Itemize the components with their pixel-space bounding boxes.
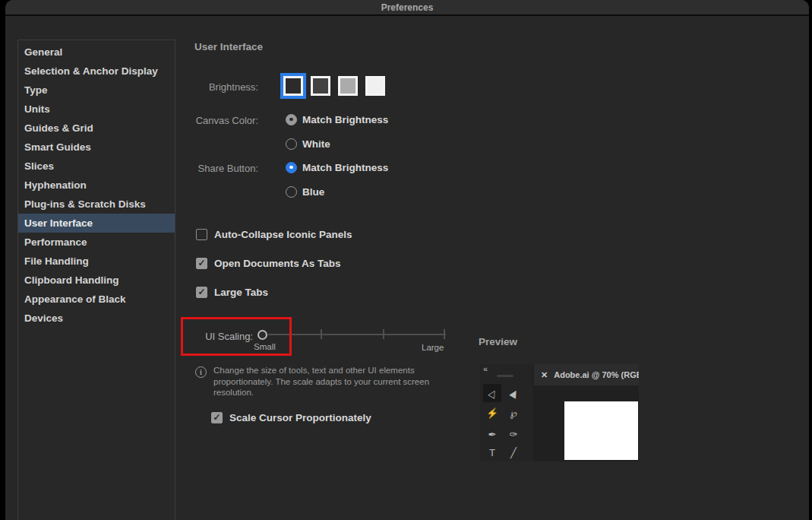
curvature-tool-icon: ✑ xyxy=(504,425,523,443)
ui-scaling-label: UI Scaling: xyxy=(144,331,253,342)
radio-label: Match Brightness xyxy=(302,162,388,173)
panel-drag-handle xyxy=(497,375,513,377)
direct-selection-tool-icon: ▶ xyxy=(504,384,523,402)
sidebar-item-general[interactable]: General xyxy=(18,43,175,62)
checkbox-label: Open Documents As Tabs xyxy=(214,258,341,269)
auto-collapse-iconic-panels-checkbox[interactable]: Auto-Collapse Iconic Panels xyxy=(196,228,352,240)
lasso-tool-icon: ℘ xyxy=(504,404,523,422)
magic-wand-tool-icon: ⚡ xyxy=(483,404,501,422)
checkbox-label: Large Tabs xyxy=(214,287,268,298)
document-tab-title: Adobe.ai @ 70% (RGB/ xyxy=(554,370,639,379)
sidebar-item-file-handling[interactable]: File Handling xyxy=(18,252,175,271)
sidebar-item-plugins-scratch-disks[interactable]: Plug-ins & Scratch Disks xyxy=(18,195,175,214)
preferences-category-list: General Selection & Anchor Display Type … xyxy=(17,40,175,520)
canvas-color-white-radio[interactable]: White xyxy=(286,138,330,150)
slider-tick xyxy=(321,329,322,339)
sidebar-item-hyphenation[interactable]: Hyphenation xyxy=(18,176,175,195)
brightness-label: Brightness: xyxy=(150,81,258,93)
sidebar-item-user-interface[interactable]: User Interface xyxy=(18,214,175,233)
preview-document-tab: ✕ Adobe.ai @ 70% (RGB/ xyxy=(534,364,639,385)
radio-unselected-icon xyxy=(286,186,297,198)
ui-scaling-slider-track[interactable] xyxy=(268,334,446,335)
slider-tick xyxy=(444,329,445,339)
brightness-swatch-light[interactable] xyxy=(365,76,385,96)
page-title: User Interface xyxy=(194,41,263,52)
preview-toolbar-panel: « ▷ ▶ ⚡ ℘ ✒ ✑ T ╱ xyxy=(480,364,532,461)
sidebar-item-clipboard-handling[interactable]: Clipboard Handling xyxy=(18,271,175,290)
sidebar-item-devices[interactable]: Devices xyxy=(18,309,175,328)
checkbox-checked-icon xyxy=(211,412,223,423)
scale-cursor-proportionately-checkbox[interactable]: Scale Cursor Proportionately xyxy=(211,411,371,423)
open-documents-as-tabs-checkbox[interactable]: Open Documents As Tabs xyxy=(196,257,341,269)
pen-tool-icon: ✒ xyxy=(483,425,501,443)
brightness-swatch-group xyxy=(283,76,385,96)
radio-label: Match Brightness xyxy=(302,114,388,125)
share-button-match-brightness-radio[interactable]: Match Brightness xyxy=(286,161,388,173)
preview-label: Preview xyxy=(479,336,517,347)
share-button-label: Share Button: xyxy=(150,163,258,174)
radio-selected-icon xyxy=(286,162,297,173)
preferences-dialog: Preferences General Selection & Anchor D… xyxy=(5,0,809,520)
checkbox-checked-icon xyxy=(196,258,207,269)
slider-tick xyxy=(383,329,384,339)
checkbox-checked-icon xyxy=(196,287,207,298)
titlebar: Preferences xyxy=(5,0,809,16)
checkbox-unchecked-icon xyxy=(196,229,207,240)
preview-canvas xyxy=(534,385,639,461)
type-tool-icon: T xyxy=(483,443,501,461)
preview-artboard xyxy=(564,401,638,460)
sidebar-item-performance[interactable]: Performance xyxy=(18,233,175,252)
radio-unselected-icon xyxy=(286,138,297,150)
preview-image: « ▷ ▶ ⚡ ℘ ✒ ✑ T ╱ ✕ Adobe.ai @ 70% (RGB/ xyxy=(480,364,639,461)
brightness-swatch-medium-light[interactable] xyxy=(338,76,358,96)
brightness-swatch-medium-dark[interactable] xyxy=(311,76,330,96)
radio-label: Blue xyxy=(302,186,324,198)
sidebar-item-appearance-of-black[interactable]: Appearance of Black xyxy=(18,290,175,309)
close-tab-icon: ✕ xyxy=(541,370,548,380)
collapse-panel-icon: « xyxy=(483,364,488,373)
line-tool-icon: ╱ xyxy=(504,443,523,461)
info-icon: i xyxy=(195,366,207,378)
radio-label: White xyxy=(302,138,330,150)
canvas-color-match-brightness-radio[interactable]: Match Brightness xyxy=(286,113,388,125)
ui-scaling-slider-knob[interactable] xyxy=(258,330,267,340)
sidebar-item-selection-anchor-display[interactable]: Selection & Anchor Display xyxy=(18,62,175,81)
sidebar-item-smart-guides[interactable]: Smart Guides xyxy=(18,138,175,157)
brightness-swatch-dark[interactable] xyxy=(283,76,303,96)
canvas-color-label: Canvas Color: xyxy=(150,115,258,126)
ui-scaling-info-text: Change the size of tools, text and other… xyxy=(213,365,435,398)
slider-min-label: Small xyxy=(254,342,276,351)
share-button-blue-radio[interactable]: Blue xyxy=(286,185,324,198)
dialog-title: Preferences xyxy=(381,2,434,13)
checkbox-label: Scale Cursor Proportionately xyxy=(229,412,371,423)
large-tabs-checkbox[interactable]: Large Tabs xyxy=(196,286,268,298)
slider-max-label: Large xyxy=(422,343,444,352)
checkbox-label: Auto-Collapse Iconic Panels xyxy=(214,229,352,240)
selection-tool-icon: ▷ xyxy=(483,384,501,402)
radio-selected-icon xyxy=(286,114,297,125)
